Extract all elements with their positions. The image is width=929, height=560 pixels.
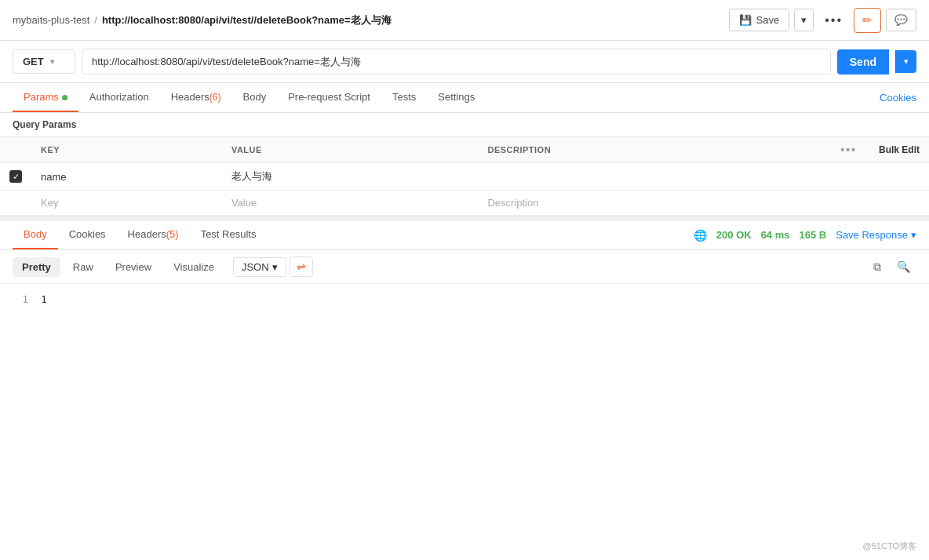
save-label: Save [756, 14, 780, 26]
bulk-edit-col-header: Bulk Edit [866, 137, 929, 163]
save-button[interactable]: 💾 Save [729, 9, 790, 31]
row-bulk [866, 163, 929, 191]
checkbox-checked-icon: ✓ [9, 170, 22, 183]
bulk-edit-button[interactable]: Bulk Edit [879, 144, 920, 155]
breadcrumb-separator: / [94, 14, 97, 26]
response-tab-headers[interactable]: Headers(5) [117, 220, 190, 249]
body-format-tabs: Pretty Raw Preview Visualize JSON ▾ ⇌ ⧉ … [0, 250, 929, 284]
empty-checkbox[interactable] [0, 191, 31, 216]
globe-icon: 🌐 [694, 229, 707, 242]
line-numbers: 1 [13, 293, 28, 305]
request-tabs: Params Authorization Headers(6) Body Pre… [0, 83, 929, 113]
breadcrumb-app: mybaits-plus-test [13, 14, 89, 26]
row-key[interactable]: name [31, 163, 222, 191]
body-tab-visualize[interactable]: Visualize [164, 257, 224, 277]
response-tab-test-results[interactable]: Test Results [190, 220, 268, 249]
response-tab-body[interactable]: Body [13, 220, 58, 249]
params-dot [62, 95, 67, 100]
search-button[interactable]: 🔍 [891, 257, 916, 277]
status-size: 165 B [800, 229, 827, 241]
send-chevron-button[interactable]: ▾ [895, 50, 916, 73]
empty-actions [831, 191, 866, 216]
body-tab-pretty[interactable]: Pretty [13, 257, 60, 277]
empty-value[interactable]: Value [222, 191, 479, 216]
edit-icon: ✏ [862, 13, 873, 27]
empty-description[interactable]: Description [478, 191, 831, 216]
line-number: 1 [13, 293, 28, 305]
body-tab-raw[interactable]: Raw [64, 257, 103, 277]
table-row: ✓ name 老人与海 [0, 163, 929, 191]
description-col-header: DESCRIPTION [478, 137, 831, 163]
empty-bulk [866, 191, 929, 216]
actions-col-header: ••• [831, 137, 866, 163]
params-section: Query Params KEY VALUE DESCRIPTION ••• B… [0, 113, 929, 216]
tab-authorization[interactable]: Authorization [78, 83, 160, 112]
value-col-header: VALUE [222, 137, 479, 163]
save-response-chevron-icon: ▾ [911, 229, 916, 241]
copy-icon: ⧉ [873, 260, 881, 273]
tab-tests[interactable]: Tests [381, 83, 427, 112]
code-line: 1 [41, 293, 47, 305]
status-time: 64 ms [761, 229, 790, 241]
body-tab-preview[interactable]: Preview [106, 257, 161, 277]
method-select[interactable]: GET ▾ [13, 49, 75, 74]
row-actions [831, 163, 866, 191]
wrap-icon: ⇌ [297, 260, 306, 273]
tab-pre-request-script[interactable]: Pre-request Script [277, 83, 381, 112]
top-bar: mybaits-plus-test / http://localhost:808… [0, 0, 929, 41]
response-section: Body Cookies Headers(5) Test Results 🌐 2… [0, 220, 929, 315]
watermark: @51CTO博客 [863, 540, 916, 552]
response-status: 🌐 200 OK 64 ms 165 B Save Response ▾ [694, 229, 916, 242]
table-empty-row: Key Value Description [0, 191, 929, 216]
save-chevron-button[interactable]: ▾ [794, 9, 814, 31]
row-checkbox[interactable]: ✓ [0, 163, 31, 191]
status-code: 200 OK [716, 229, 752, 241]
tab-settings[interactable]: Settings [427, 83, 486, 112]
search-icon: 🔍 [897, 260, 910, 273]
tab-body[interactable]: Body [232, 83, 278, 112]
chat-icon: 💬 [894, 14, 908, 26]
save-response-button[interactable]: Save Response ▾ [836, 229, 916, 241]
breadcrumb-url: http://localhost:8080/api/vi/test//delet… [102, 13, 392, 27]
breadcrumb: mybaits-plus-test / http://localhost:808… [13, 13, 723, 27]
query-params-label: Query Params [0, 113, 929, 136]
method-text: GET [23, 56, 44, 67]
check-col-header [0, 137, 31, 163]
params-table: KEY VALUE DESCRIPTION ••• Bulk Edit ✓ na… [0, 136, 929, 216]
format-chevron-icon: ▾ [272, 261, 278, 273]
top-actions: 💾 Save ▾ ••• ✏ 💬 [729, 8, 916, 33]
send-button[interactable]: Send [837, 49, 889, 75]
code-content: 1 [41, 293, 47, 305]
tab-params[interactable]: Params [13, 83, 78, 112]
row-description[interactable] [478, 163, 831, 191]
tab-headers[interactable]: Headers(6) [160, 83, 232, 112]
row-value[interactable]: 老人与海 [222, 163, 479, 191]
code-area: 1 1 [0, 284, 929, 315]
params-header-row: KEY VALUE DESCRIPTION ••• Bulk Edit [0, 137, 929, 163]
response-tab-cookies[interactable]: Cookies [58, 220, 117, 249]
wrap-button[interactable]: ⇌ [290, 256, 313, 277]
chat-button[interactable]: 💬 [886, 9, 916, 31]
key-col-header: KEY [31, 137, 222, 163]
url-bar: GET ▾ Send ▾ [0, 41, 929, 83]
edit-button[interactable]: ✏ [854, 8, 881, 33]
empty-key[interactable]: Key [31, 191, 222, 216]
save-icon: 💾 [739, 14, 752, 26]
response-tabs: Body Cookies Headers(5) Test Results 🌐 2… [0, 220, 929, 250]
url-input[interactable] [82, 49, 831, 75]
method-chevron-icon: ▾ [50, 57, 54, 66]
body-actions: ⧉ 🔍 [867, 257, 916, 277]
copy-button[interactable]: ⧉ [867, 257, 887, 277]
tab-cookies[interactable]: Cookies [880, 84, 916, 111]
table-more-icon[interactable]: ••• [840, 144, 857, 156]
format-select[interactable]: JSON ▾ [233, 257, 286, 277]
more-options-button[interactable]: ••• [818, 9, 849, 32]
